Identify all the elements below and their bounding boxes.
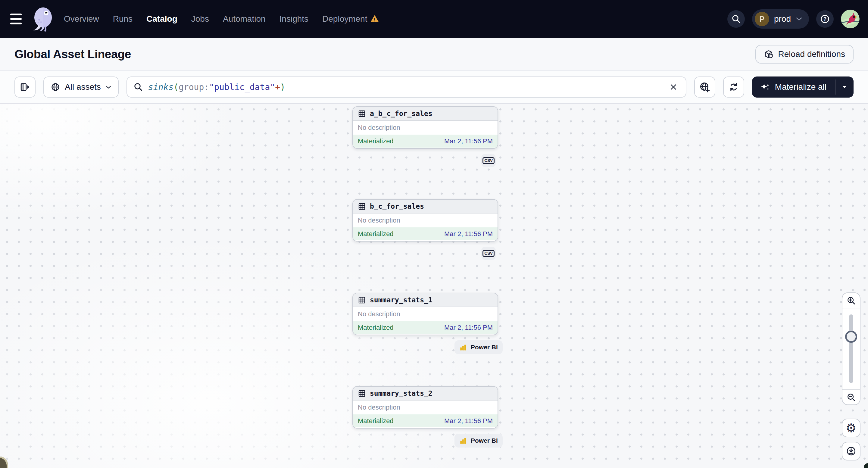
asset-node-footer: Materialized Mar 2, 11:56 PM xyxy=(353,227,498,240)
download-icon xyxy=(846,446,856,456)
nav-item-insights[interactable]: Insights xyxy=(279,14,309,24)
lineage-toolbar: All assets sinks(group:"public_data"+) xyxy=(0,71,868,103)
asset-scope-dropdown[interactable]: All assets xyxy=(43,76,119,98)
view-full-graph-button[interactable] xyxy=(694,76,715,98)
nav-right-cluster: P prod ? xyxy=(727,9,860,29)
nav-item-jobs[interactable]: Jobs xyxy=(191,14,209,24)
nav-item-catalog[interactable]: Catalog xyxy=(146,14,177,24)
nav-item-overview[interactable]: Overview xyxy=(64,14,99,24)
query-segment: "public_data" xyxy=(209,82,275,92)
query-segment: ) xyxy=(280,82,285,92)
asset-name: summary_stats_1 xyxy=(370,296,433,304)
asset-node[interactable]: b_c_for_sales No description Materialize… xyxy=(352,199,498,242)
warning-icon xyxy=(371,15,379,23)
download-graph-button[interactable] xyxy=(842,442,861,461)
powerbi-icon xyxy=(459,343,467,351)
chevron-down-icon xyxy=(796,17,802,21)
materialize-split-button: Materialize all xyxy=(752,76,854,98)
csv-icon: CSV xyxy=(483,157,494,164)
help-icon: ? xyxy=(820,14,830,24)
hamburger-menu-icon[interactable] xyxy=(10,12,24,26)
materialization-time[interactable]: Mar 2, 11:56 PM xyxy=(444,230,493,238)
asset-description: No description xyxy=(353,401,498,414)
materialization-time[interactable]: Mar 2, 11:56 PM xyxy=(444,137,493,145)
svg-text:?: ? xyxy=(824,16,827,22)
materialized-status: Materialized xyxy=(358,324,394,332)
materialize-all-label: Materialize all xyxy=(775,82,827,92)
dagster-logo-icon[interactable] xyxy=(31,6,55,32)
deployment-avatar: P xyxy=(755,12,769,26)
graph-settings-button[interactable]: ⚙ xyxy=(842,418,861,437)
minimap-corner xyxy=(0,457,8,468)
search-button[interactable] xyxy=(727,10,745,28)
query-segment: : xyxy=(204,82,209,92)
materialization-time[interactable]: Mar 2, 11:56 PM xyxy=(444,417,493,425)
asset-scope-label: All assets xyxy=(65,82,101,92)
asset-node-header: summary_stats_2 xyxy=(353,387,498,401)
nav-item-label: Catalog xyxy=(146,14,177,24)
lineage-canvas[interactable]: ⚙ a_b_c_for_sales No description Materia… xyxy=(0,103,868,468)
clear-query-button[interactable] xyxy=(668,81,679,93)
refresh-icon xyxy=(728,82,739,92)
powerbi-icon xyxy=(459,437,467,445)
nav-item-label: Runs xyxy=(113,14,132,24)
asset-node-footer: Materialized Mar 2, 11:56 PM xyxy=(353,414,498,427)
powerbi-kind-badge: Power BI xyxy=(455,340,503,354)
materialization-time[interactable]: Mar 2, 11:56 PM xyxy=(444,324,493,332)
zoom-slider-thumb[interactable] xyxy=(845,331,857,343)
toggle-sidebar-button[interactable] xyxy=(14,76,35,98)
nav-item-label: Jobs xyxy=(191,14,209,24)
powerbi-kind-label: Power BI xyxy=(471,344,498,351)
query-segment: ( xyxy=(174,82,179,92)
top-nav: OverviewRunsCatalogJobsAutomationInsight… xyxy=(0,0,868,38)
asset-description: No description xyxy=(353,121,498,135)
page-header: Global Asset Lineage Reload definitions xyxy=(0,38,868,71)
chevron-down-icon xyxy=(105,85,112,89)
powerbi-kind-badge: Power BI xyxy=(455,434,503,447)
asset-selection-input[interactable]: sinks(group:"public_data"+) xyxy=(126,76,686,98)
globe-icon xyxy=(51,82,60,92)
asset-node[interactable]: summary_stats_1 No description Materiali… xyxy=(352,293,498,335)
close-icon xyxy=(670,83,677,91)
asset-description: No description xyxy=(353,214,498,227)
refresh-button[interactable] xyxy=(723,76,744,98)
query-segment: group xyxy=(179,82,204,92)
user-avatar[interactable] xyxy=(841,10,860,28)
nav-item-deployment[interactable]: Deployment xyxy=(322,14,379,24)
asset-node-footer: Materialized Mar 2, 11:56 PM xyxy=(353,135,498,148)
query-segment: sinks xyxy=(148,82,174,92)
materialize-all-button[interactable]: Materialize all xyxy=(752,76,835,98)
materialize-options-button[interactable] xyxy=(835,76,854,98)
deployment-switcher[interactable]: P prod xyxy=(752,9,809,29)
nav-item-automation[interactable]: Automation xyxy=(223,14,266,24)
search-icon xyxy=(134,83,143,92)
sparkles-icon xyxy=(761,82,770,92)
powerbi-kind-label: Power BI xyxy=(471,437,498,444)
csv-kind-badge: CSV xyxy=(481,154,496,167)
reload-definitions-button[interactable]: Reload definitions xyxy=(755,45,854,64)
table-icon xyxy=(358,202,366,211)
zoom-control xyxy=(842,292,861,405)
primary-nav: OverviewRunsCatalogJobsAutomationInsight… xyxy=(64,14,379,24)
search-icon xyxy=(732,14,741,24)
asset-name: b_c_for_sales xyxy=(370,202,424,210)
asset-node[interactable]: a_b_c_for_sales No description Materiali… xyxy=(352,106,498,149)
zoom-slider[interactable] xyxy=(849,314,853,383)
page-title: Global Asset Lineage xyxy=(14,48,131,61)
table-icon xyxy=(358,389,366,398)
asset-name: a_b_c_for_sales xyxy=(370,110,433,118)
deployment-name: prod xyxy=(774,14,791,24)
table-icon xyxy=(358,110,366,118)
asset-node[interactable]: summary_stats_2 No description Materiali… xyxy=(352,386,498,429)
help-button[interactable]: ? xyxy=(816,10,834,28)
zoom-in-icon xyxy=(847,296,856,305)
materialized-status: Materialized xyxy=(358,417,394,425)
zoom-in-button[interactable] xyxy=(842,293,860,308)
open-panel-icon xyxy=(20,82,30,92)
materialized-status: Materialized xyxy=(358,230,394,238)
asset-name: summary_stats_2 xyxy=(370,389,433,397)
zoom-out-button[interactable] xyxy=(842,389,860,404)
asset-node-header: a_b_c_for_sales xyxy=(353,107,498,121)
nav-item-label: Deployment xyxy=(322,14,367,24)
nav-item-runs[interactable]: Runs xyxy=(113,14,132,24)
